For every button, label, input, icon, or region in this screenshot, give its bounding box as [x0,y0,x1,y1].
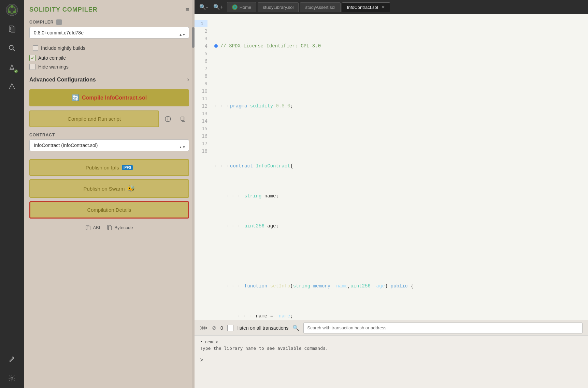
code-line-6: · · · string name; [214,192,588,200]
contract-select-wrapper: InfoContract (InfoContract.sol) [29,139,189,154]
compiler-toggle[interactable] [56,19,62,25]
tab-home-label: Home [240,5,252,10]
compiler-version-select[interactable]: 0.8.0+commit.c7dfd78e [29,27,189,39]
line-num-17: 17 [202,140,207,147]
console-content: • remix Type the library name to see ava… [195,336,588,356]
line-numbers: 1 2 3 4 5 6 7 8 9 10 11 12 13 14 15 16 1… [195,14,212,320]
code-line-5: · · · contract InfoContract { [214,162,588,170]
tab-study-assert[interactable]: studyAssert.sol [300,2,340,12]
zoom-in-icon[interactable]: 🔍+ [211,2,225,12]
code-line-7: · · · uint256 age; [214,222,588,230]
auto-compile-row: ✓ Auto compile [29,55,189,61]
plugin-icon[interactable] [5,80,18,93]
contract-select[interactable]: InfoContract (InfoContract.sol) [29,139,189,151]
files-icon[interactable] [5,23,18,35]
compile-run-row: Compile and Run script [29,110,189,127]
line-num-12: 12 [202,102,207,110]
code-line-8 [214,252,588,260]
svg-point-3 [8,11,11,13]
nightly-builds-checkbox[interactable] [33,45,38,51]
code-line-2 [214,72,588,80]
home-globe-icon: 🌐 [232,4,238,10]
abi-button[interactable]: ABI [85,225,100,230]
listen-label: listen on all transactions [238,325,288,331]
console-area: ⋙ ⊘ 0 listen on all transactions 🔍 • rem… [195,320,588,388]
auto-compile-label: Auto compile [38,55,66,61]
console-search-icon[interactable]: 🔍 [292,325,299,331]
tab-study-assert-label: studyAssert.sol [305,5,335,10]
compilation-details-label: Compilation Details [87,207,131,213]
panel-content: COMPILER 0.8.0+commit.c7dfd78e Include n… [24,17,195,388]
compilation-details-button[interactable]: Compilation Details [29,201,189,219]
console-expand-icon[interactable]: ⋙ [200,325,208,331]
abi-bytecode-row: ABI Bytecode [29,222,189,233]
nightly-builds-label: Include nightly builds [41,45,85,51]
abi-label: ABI [93,225,100,230]
svg-point-16 [11,377,13,379]
code-editor: 1 2 3 4 5 6 7 8 9 10 11 12 13 14 15 16 1… [195,14,588,320]
tab-info-contract-label: InfoContract.sol [347,5,378,10]
auto-compile-checkbox[interactable]: ✓ [29,55,35,61]
advanced-config-arrow: › [187,76,189,83]
search-sidebar-icon[interactable] [5,42,18,55]
console-bottom-chevron[interactable]: > [195,356,588,364]
tab-study-library[interactable]: studyLibrary.sol [258,2,299,12]
tab-info-contract-close[interactable]: ✕ [382,5,385,10]
compile-button-label: Compile InfoContract.sol [82,95,147,101]
compile-run-copy-button[interactable] [177,113,189,125]
compiler-panel: SOLIDITY COMPILER ≡ COMPILER 0.8.0+commi… [24,0,195,388]
listen-count: 0 [220,325,223,331]
panel-menu-icon[interactable]: ≡ [185,6,189,13]
tab-home[interactable]: 🌐 Home [227,2,257,12]
line-num-14: 14 [202,117,207,125]
wrench-icon[interactable] [5,353,18,365]
deploy-icon[interactable]: ✓ [5,61,18,74]
svg-marker-12 [10,65,14,70]
hide-warnings-checkbox[interactable] [29,64,35,70]
svg-point-2 [11,5,13,8]
advanced-config-label: Advanced Configurations [29,77,96,83]
line-num-18: 18 [202,147,207,155]
svg-point-4 [13,11,16,13]
code-line-1: // SPDX-License-Identifier: GPL-3.0 [214,42,588,50]
compile-run-info-button[interactable] [162,113,174,125]
line-num-10: 10 [202,87,207,95]
listen-toggle-checkbox[interactable] [227,325,233,331]
line-num-5: 5 [205,50,207,57]
tabs-bar: 🔍- 🔍+ 🌐 Home studyLibrary.sol studyAsser… [195,0,588,14]
zoom-out-icon[interactable]: 🔍- [197,2,210,12]
settings-icon[interactable] [5,372,18,385]
code-content[interactable]: // SPDX-License-Identifier: GPL-3.0 · · … [212,14,588,320]
logo-icon [5,3,18,16]
line-num-15: 15 [202,125,207,132]
compiler-version-wrapper: 0.8.0+commit.c7dfd78e [29,27,189,42]
publish-ipfs-label: Publish on Ipfs [86,165,119,170]
compile-button[interactable]: 🔄 Compile InfoContract.sol [29,89,189,106]
tab-info-contract[interactable]: InfoContract.sol ✕ [342,2,390,12]
line-num-2: 2 [205,27,207,35]
bytecode-label: Bytecode [114,225,133,230]
console-search-input[interactable] [303,323,583,333]
line-num-7: 7 [205,65,207,72]
code-line-9: · · · function setInfo ( string memory _… [214,282,588,290]
hide-warnings-row: Hide warnings [29,64,189,70]
tab-study-library-label: studyLibrary.sol [263,5,293,10]
line-num-1: 1 [195,20,207,27]
panel-header: SOLIDITY COMPILER ≡ [24,0,195,17]
console-toolbar: ⋙ ⊘ 0 listen on all transactions 🔍 [195,320,588,336]
svg-rect-9 [11,27,15,32]
publish-ipfs-button[interactable]: Publish on Ipfs IPFS [29,159,189,176]
icon-bar: ✓ [0,0,24,388]
line-num-11: 11 [202,95,207,102]
line1-dot [214,44,218,48]
svg-rect-25 [109,226,112,230]
bytecode-button[interactable]: Bytecode [107,225,133,230]
publish-swarm-button[interactable]: Publish on Swarm 🐝 [29,179,189,198]
compile-run-button[interactable]: Compile and Run script [29,110,159,127]
advanced-config-row[interactable]: Advanced Configurations › [29,73,189,87]
line-num-3: 3 [205,35,207,42]
ipfs-badge: IPFS [122,165,133,170]
console-hint-text: Type the library name to see available c… [200,346,328,351]
line-num-6: 6 [205,57,207,65]
swarm-icon: 🐝 [127,185,135,192]
